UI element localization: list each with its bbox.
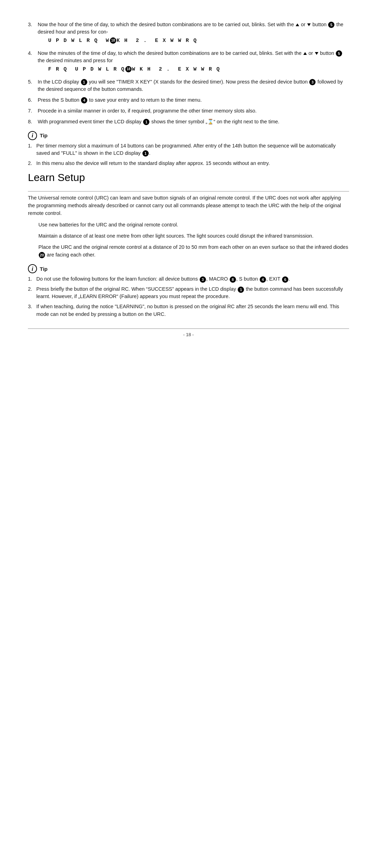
arrow-up-icon: [296, 23, 299, 26]
monospace-text-2: F R Q U P D W L R Q18W K H 2 . E X W W R…: [48, 66, 349, 73]
tip2-item-1: 1. Do not use the following buttons for …: [28, 275, 349, 283]
list-text: Now the minutes of the time of day, to w…: [38, 50, 349, 75]
arrow-down-icon: [307, 23, 311, 26]
circle-badge-8: 8: [230, 276, 236, 283]
circle-badge-3: 3: [309, 79, 316, 85]
list-number: 3.: [28, 303, 36, 310]
list-text: Procede in a similar manner in order to,…: [38, 107, 349, 115]
tip2-item-2: 2. Press briefly the button of the origi…: [28, 285, 349, 300]
tip-icon-1: i: [28, 131, 37, 140]
section-divider: [28, 191, 349, 191]
tip1-list: 1. Per timer memory slot a maximum of 14…: [28, 142, 349, 167]
list-text: Press the S button 4 to save your entry …: [38, 96, 349, 104]
list-item: 7. Procede in a similar manner in order …: [28, 107, 349, 115]
list-text: Now the hour of the time of day, to whic…: [38, 21, 349, 46]
list-number: 4.: [28, 50, 38, 57]
main-list: 3. Now the hour of the time of day, to w…: [28, 21, 349, 125]
tip-header-1: i Tip: [28, 131, 349, 140]
monospace-text: U P D W L R Q W18K H 2 . E X W W R Q: [48, 37, 349, 45]
tip-label-1: Tip: [40, 132, 47, 139]
tip-icon-2: i: [28, 264, 37, 273]
list-number: 2.: [28, 160, 36, 167]
circle-badge-4: 4: [81, 97, 87, 103]
tip2-item-3: 3. If when teaching, during the notice "…: [28, 303, 349, 318]
indent-item-3: Place the URC and the original remote co…: [38, 244, 349, 259]
list-number: 2.: [28, 285, 36, 293]
page-content: 3. Now the hour of the time of day, to w…: [28, 21, 349, 338]
list-text: Press briefly the button of the original…: [36, 285, 349, 300]
circle-badge-6: 6: [282, 276, 288, 283]
circle-badge-1d: 1: [238, 287, 244, 293]
list-text: If when teaching, during the notice "LEA…: [36, 303, 349, 318]
page-footer: - 18 -: [28, 328, 349, 338]
list-number: 5.: [28, 78, 38, 86]
tip1-item-1: 1. Per timer memory slot a maximum of 14…: [28, 142, 349, 157]
circle-badge-18: 18: [110, 37, 116, 44]
arrow-up-icon: [303, 52, 307, 55]
circle-badge-4b: 4: [260, 276, 266, 283]
list-number: 8.: [28, 118, 38, 125]
list-item: 4. Now the minutes of the time of day, t…: [28, 50, 349, 75]
list-text: Per timer memory slot a maximum of 14 bu…: [36, 142, 349, 157]
list-text: In the LCD display 1 you will see "TIMER…: [38, 78, 349, 93]
circle-badge-3b: 3: [200, 276, 206, 283]
list-text: With programmed event timer the LCD disp…: [38, 118, 349, 125]
list-number: 6.: [28, 96, 38, 104]
tip2-list: 1. Do not use the following buttons for …: [28, 275, 349, 318]
list-item: 5. In the LCD display 1 you will see "TI…: [28, 78, 349, 93]
tip-header-2: i Tip: [28, 264, 349, 273]
list-item: 6. Press the S button 4 to save your ent…: [28, 96, 349, 104]
list-number: 7.: [28, 107, 38, 115]
circle-badge-20: 20: [39, 252, 45, 258]
tip1-item-2: 2. In this menu also the device will ret…: [28, 160, 349, 167]
indent-item-2: Maintain a distance of at least one metr…: [38, 232, 349, 240]
learn-setup-intro: The Universal remote control (URC) can l…: [28, 194, 349, 217]
circle-badge-1c: 1: [142, 150, 149, 157]
indent-item-1: Use new batteries for the URC and the or…: [38, 221, 349, 229]
list-number: 1.: [28, 142, 36, 150]
arrow-down-icon: [315, 52, 318, 55]
circle-badge-18b: 18: [125, 66, 132, 72]
circle-badge-1: 1: [81, 79, 87, 85]
circle-badge-1b: 1: [143, 119, 149, 125]
list-number: 3.: [28, 21, 38, 28]
section-title-learn-setup: Learn Setup: [28, 170, 349, 185]
circle-badge-5b: 5: [336, 50, 342, 57]
page-number: - 18 -: [183, 332, 194, 337]
list-item: 3. Now the hour of the time of day, to w…: [28, 21, 349, 46]
list-item: 8. With programmed event timer the LCD d…: [28, 118, 349, 125]
list-number: 1.: [28, 275, 36, 283]
circle-badge-5: 5: [328, 22, 334, 28]
list-text: In this menu also the device will return…: [36, 160, 349, 167]
tip-label-2: Tip: [40, 265, 47, 273]
list-text: Do not use the following buttons for the…: [36, 275, 349, 283]
